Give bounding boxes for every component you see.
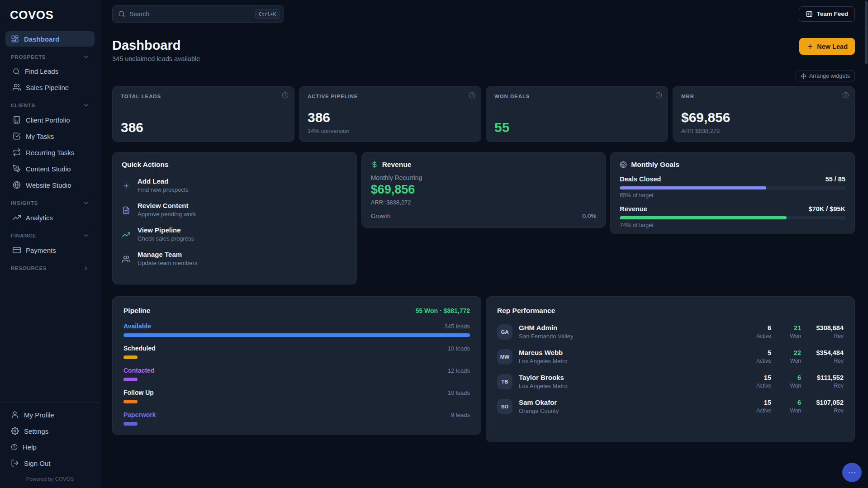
goal-value: 55 / 85 [825, 175, 845, 183]
help-icon[interactable] [655, 92, 662, 99]
rep-rev-col: $111,552 Rev [805, 374, 844, 389]
pipeline-stage[interactable]: Follow Up 10 leads [123, 389, 470, 403]
arrange-widgets-button[interactable]: Arrange widgets [796, 71, 855, 81]
sidebar-footer-item[interactable]: Sign Out [5, 455, 95, 471]
rep-active-value: 5 [745, 349, 771, 356]
rep-name: Sam Okafor [519, 398, 739, 406]
quick-action-item[interactable]: Review Content Approve pending work [122, 202, 347, 218]
rep-region: Orange County [519, 407, 739, 414]
sidebar-item[interactable]: Analytics [5, 210, 95, 225]
quick-action-item[interactable]: View Pipeline Check sales progress [122, 226, 347, 242]
rep-performance-title: Rep Performance [497, 307, 844, 315]
stat-value: $69,856 [681, 111, 846, 124]
sidebar-item[interactable]: My Tasks [5, 128, 95, 144]
sidebar-item[interactable]: Sales Pipeline [5, 80, 95, 95]
sidebar: COVOS Dashboard PROSPECTS Find Leads [0, 0, 100, 488]
sidebar-item[interactable]: Payments [5, 242, 95, 258]
sidebar-section-resources[interactable]: RESOURCES [5, 263, 95, 273]
team-feed-label: Team Feed [816, 10, 848, 17]
search-icon [13, 68, 20, 75]
sidebar-section-items: Client Portfolio My Tasks Recurring Task… [0, 111, 100, 194]
pen-icon [13, 165, 21, 173]
new-lead-label: New Lead [817, 43, 848, 50]
avatar: TB [497, 374, 512, 389]
pipeline-title: Pipeline [123, 307, 150, 315]
sidebar-footer-item[interactable]: My Profile [5, 407, 95, 422]
sidebar-section-insights[interactable]: INSIGHTS [5, 198, 95, 208]
pipeline-stage[interactable]: Available 345 leads [123, 322, 470, 337]
sidebar-item[interactable]: Content Studio [5, 161, 95, 176]
chevron-down-icon [83, 54, 89, 60]
quick-action-item[interactable]: Manage Team Update team members [122, 251, 347, 266]
quick-action-item[interactable]: Add Lead Find new prospects [122, 177, 347, 193]
stat-label: MRR [681, 94, 846, 99]
quick-actions-list: Add Lead Find new prospects Review Conte… [122, 177, 347, 266]
sidebar-item[interactable]: Website Studio [5, 177, 95, 193]
quick-actions-title: Quick Actions [122, 161, 347, 169]
sidebar-footer: My Profile Settings Help Sign Ou [0, 402, 100, 488]
users-icon [13, 83, 21, 91]
help-icon [11, 444, 18, 450]
rep-info: Sam Okafor Orange County [519, 398, 739, 414]
building-icon [13, 116, 21, 124]
arrange-row: Arrange widgets [112, 71, 855, 81]
team-feed-button[interactable]: Team Feed [799, 6, 855, 22]
stage-bar [123, 333, 470, 337]
goal-pct-label: 65% of target [620, 192, 845, 199]
globe-icon [13, 181, 21, 189]
help-icon[interactable] [469, 92, 475, 99]
rep-row[interactable]: GA GHM Admin San Fernando Valley 6 Activ… [497, 324, 844, 340]
goal-pct-label: 74% of target [620, 222, 845, 228]
rep-row[interactable]: TB Taylor Brooks Los Angeles Metro 15 Ac… [497, 374, 844, 389]
goal-label: Revenue [620, 205, 647, 213]
sidebar-item-dashboard[interactable]: Dashboard [5, 31, 95, 47]
dashboard-icon [11, 35, 19, 43]
pipeline-stage[interactable]: Scheduled 10 leads [123, 345, 470, 359]
pipeline-stage[interactable]: Paperwork 9 leads [123, 411, 470, 426]
widgets-row-2: Quick Actions Add Lead Find new prospect… [112, 152, 855, 284]
goal-row: Deals Closed 55 / 85 65% of target [620, 175, 845, 199]
sidebar-section-prospects[interactable]: PROSPECTS [5, 52, 95, 62]
help-icon[interactable] [282, 92, 289, 99]
sidebar-item-label: Client Portfolio [26, 116, 70, 124]
section-label: FINANCE [11, 233, 36, 238]
plus-icon [806, 43, 814, 50]
rep-active-col: 15 Active [745, 399, 771, 414]
stat-card: TOTAL LEADS 386 [112, 86, 294, 142]
panel-icon [806, 10, 813, 18]
pipeline-stage[interactable]: Contacted 12 leads [123, 367, 470, 381]
sidebar-item[interactable]: Client Portfolio [5, 112, 95, 128]
sidebar-footer-item[interactable]: Help [5, 440, 95, 455]
search-box[interactable]: Ctrl+K [112, 5, 284, 23]
sidebar-section-clients[interactable]: CLIENTS [5, 100, 95, 110]
new-lead-button[interactable]: New Lead [799, 38, 855, 55]
stage-bar [123, 400, 138, 403]
pipeline-summary: 55 Won · $881,772 [416, 307, 470, 314]
stage-head: Scheduled 10 leads [123, 345, 470, 352]
floating-action-button[interactable] [842, 463, 862, 482]
growth-label: Growth [371, 213, 391, 219]
sidebar-item[interactable]: Recurring Tasks [5, 145, 95, 160]
sidebar-item[interactable]: Find Leads [5, 64, 95, 79]
rep-row[interactable]: SO Sam Okafor Orange County 15 Active [497, 398, 844, 414]
sidebar-section-items: Payments [0, 242, 100, 259]
quick-action-title: Add Lead [138, 177, 189, 185]
sidebar-item-label: My Tasks [26, 133, 54, 140]
rep-row[interactable]: MW Marcus Webb Los Angeles Metro 5 Activ… [497, 349, 844, 365]
sidebar-footer-item[interactable]: Settings [5, 423, 95, 439]
rep-rev-value: $111,552 [805, 374, 844, 381]
sidebar-section-finance[interactable]: FINANCE [5, 231, 95, 241]
quick-action-subtitle: Find new prospects [138, 186, 189, 193]
help-icon[interactable] [842, 92, 849, 99]
rep-won-label: Won [775, 407, 801, 414]
chevron-right-icon [83, 265, 89, 271]
stat-label: WON DEALS [494, 94, 659, 99]
stat-value: 55 [494, 121, 659, 134]
logout-icon [11, 459, 19, 467]
sidebar-nav: Dashboard PROSPECTS Find Leads Sales Pip… [0, 30, 100, 274]
stage-count: 12 leads [448, 367, 470, 374]
trending-up-icon [122, 227, 131, 242]
search-input[interactable] [129, 10, 251, 18]
scrollbar[interactable] [865, 1, 868, 64]
stage-bar [123, 422, 138, 426]
